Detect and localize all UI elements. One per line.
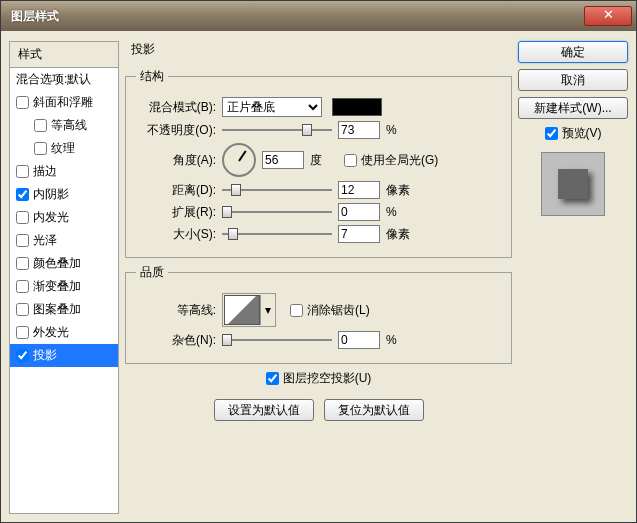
antialias-check[interactable] [290, 304, 303, 317]
style-check-bevel[interactable] [16, 96, 29, 109]
knockout-row: 图层挖空投影(U) [125, 370, 512, 387]
style-item-coloroverlay[interactable]: 颜色叠加 [10, 252, 118, 275]
angle-unit: 度 [310, 152, 338, 169]
size-label: 大小(S): [136, 226, 216, 243]
distance-label: 距离(D): [136, 182, 216, 199]
global-light-check[interactable] [344, 154, 357, 167]
style-item-contour[interactable]: 等高线 [10, 114, 118, 137]
contour-thumb[interactable] [224, 295, 260, 325]
style-item-stroke[interactable]: 描边 [10, 160, 118, 183]
spread-label: 扩展(R): [136, 204, 216, 221]
style-item-patternoverlay[interactable]: 图案叠加 [10, 298, 118, 321]
noise-label: 杂色(N): [136, 332, 216, 349]
distance-input[interactable] [338, 181, 380, 199]
style-item-texture[interactable]: 纹理 [10, 137, 118, 160]
shadow-color-swatch[interactable] [332, 98, 382, 116]
style-check-gradientoverlay[interactable] [16, 280, 29, 293]
style-check-texture[interactable] [34, 142, 47, 155]
blending-options-row[interactable]: 混合选项:默认 [10, 68, 118, 91]
settings-panel: 投影 结构 混合模式(B): 正片叠底 不透明度(O): % 角度(A): [125, 41, 512, 514]
style-item-innershadow[interactable]: 内阴影 [10, 183, 118, 206]
reset-default-button[interactable]: 复位为默认值 [324, 399, 424, 421]
size-input[interactable] [338, 225, 380, 243]
style-check-satin[interactable] [16, 234, 29, 247]
preview-label: 预览(V) [562, 125, 602, 142]
titlebar: 图层样式 ✕ [1, 1, 636, 31]
distance-slider[interactable] [222, 182, 332, 198]
style-list: 样式 混合选项:默认 斜面和浮雕 等高线 纹理 描边 内阴影 内发光 光泽 颜色… [9, 41, 119, 514]
window-title: 图层样式 [11, 8, 59, 25]
style-item-bevel[interactable]: 斜面和浮雕 [10, 91, 118, 114]
style-check-contour[interactable] [34, 119, 47, 132]
style-check-innershadow[interactable] [16, 188, 29, 201]
style-check-outerglow[interactable] [16, 326, 29, 339]
style-item-innerglow[interactable]: 内发光 [10, 206, 118, 229]
spread-slider[interactable] [222, 204, 332, 220]
right-column: 确定 取消 新建样式(W)... 预览(V) [518, 41, 628, 514]
style-list-header: 样式 [10, 42, 118, 68]
preview-thumb [541, 152, 605, 216]
new-style-button[interactable]: 新建样式(W)... [518, 97, 628, 119]
angle-input[interactable] [262, 151, 304, 169]
knockout-check[interactable] [266, 372, 279, 385]
antialias-label: 消除锯齿(L) [307, 302, 370, 319]
close-button[interactable]: ✕ [584, 6, 632, 26]
spread-input[interactable] [338, 203, 380, 221]
contour-dropdown-icon[interactable]: ▾ [260, 295, 274, 325]
style-check-coloroverlay[interactable] [16, 257, 29, 270]
panel-title: 投影 [125, 41, 512, 58]
style-item-satin[interactable]: 光泽 [10, 229, 118, 252]
angle-dial[interactable] [222, 143, 256, 177]
angle-label: 角度(A): [136, 152, 216, 169]
opacity-unit: % [386, 123, 414, 137]
style-item-outerglow[interactable]: 外发光 [10, 321, 118, 344]
style-item-gradientoverlay[interactable]: 渐变叠加 [10, 275, 118, 298]
style-check-patternoverlay[interactable] [16, 303, 29, 316]
make-default-button[interactable]: 设置为默认值 [214, 399, 314, 421]
blend-mode-label: 混合模式(B): [136, 99, 216, 116]
style-check-stroke[interactable] [16, 165, 29, 178]
opacity-slider[interactable] [222, 122, 332, 138]
cancel-button[interactable]: 取消 [518, 69, 628, 91]
opacity-label: 不透明度(O): [136, 122, 216, 139]
structure-legend: 结构 [136, 68, 168, 85]
noise-input[interactable] [338, 331, 380, 349]
style-item-dropshadow[interactable]: 投影 [10, 344, 118, 367]
opacity-input[interactable] [338, 121, 380, 139]
knockout-label: 图层挖空投影(U) [283, 370, 372, 387]
noise-unit: % [386, 333, 414, 347]
contour-label: 等高线: [136, 302, 216, 319]
preview-check[interactable] [545, 127, 558, 140]
noise-slider[interactable] [222, 332, 332, 348]
structure-group: 结构 混合模式(B): 正片叠底 不透明度(O): % 角度(A): 度 [125, 68, 512, 258]
distance-unit: 像素 [386, 182, 414, 199]
layer-style-dialog: 图层样式 ✕ 样式 混合选项:默认 斜面和浮雕 等高线 纹理 描边 内阴影 内发… [0, 0, 637, 523]
size-unit: 像素 [386, 226, 414, 243]
blend-mode-select[interactable]: 正片叠底 [222, 97, 322, 117]
quality-legend: 品质 [136, 264, 168, 281]
style-check-dropshadow[interactable] [16, 349, 29, 362]
contour-picker[interactable]: ▾ [222, 293, 276, 327]
quality-group: 品质 等高线: ▾ 消除锯齿(L) 杂色(N): % [125, 264, 512, 364]
size-slider[interactable] [222, 226, 332, 242]
content: 样式 混合选项:默认 斜面和浮雕 等高线 纹理 描边 内阴影 内发光 光泽 颜色… [1, 31, 636, 522]
ok-button[interactable]: 确定 [518, 41, 628, 63]
preview-box [558, 169, 588, 199]
style-check-innerglow[interactable] [16, 211, 29, 224]
spread-unit: % [386, 205, 414, 219]
global-light-label: 使用全局光(G) [361, 152, 438, 169]
